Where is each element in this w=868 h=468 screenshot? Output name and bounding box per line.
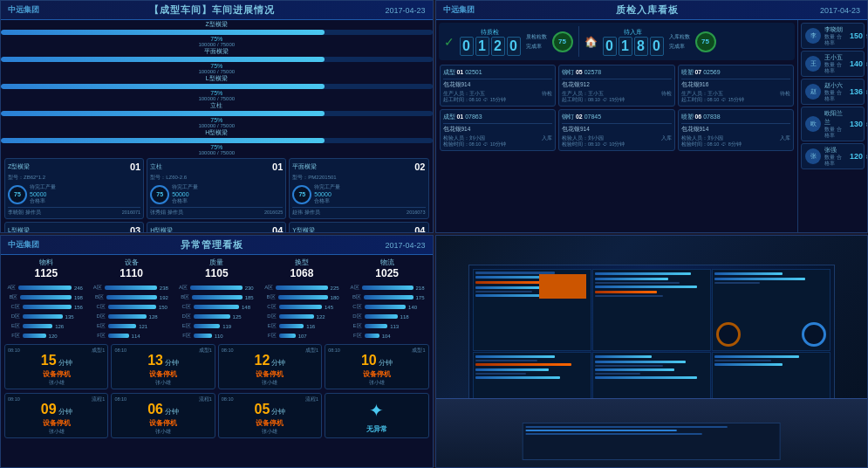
anomaly-card-top-3: 08:10 成型1 10 分钟 设备停机 张小雄 (325, 344, 428, 389)
spinning-icon: ✦ (369, 400, 384, 421)
anomaly-stat-material: 物料 1125 (4, 258, 88, 279)
anomaly-cards-bottom: 08:10 流程1 09 分钟 设备停机 张小雄 08:10 流程1 06 分钟… (1, 391, 433, 441)
screen-sub-2 (712, 269, 830, 351)
qc-digit-0: 0 (460, 37, 474, 56)
bottom-left-header: 中远集团 异常管理看板 2017-04-23 (1, 236, 433, 255)
qc-sub1: 质检粒数 (526, 33, 547, 41)
anomaly-col-4: A区218 B区175 C区140 D区118 E区113 F区104 (346, 284, 429, 341)
qc-divider-1 (578, 26, 579, 57)
anomaly-bar-cols: A区246 B区198 C区156 D区135 E区126 F区120 A区23… (1, 282, 433, 342)
qc-card-1: 铆钉 05 02578 包花银912 生产人员：王小五待检 起工时间：08:10… (558, 65, 675, 107)
person-avatar-0: 李 (805, 28, 821, 44)
work-card-1: 立柱 01 型号：LZ60-2.6 75 待完工产量 50000 合格率 张秀娟… (147, 158, 286, 219)
warehouse-digits: 0 1 8 0 (603, 37, 664, 56)
anomaly-stats-row: 物料 1125 设备 1110 质量 1105 换型 1068 物流 1025 (1, 255, 433, 282)
person-row-2: 赵 赵小六 数量 合格率 136 86% (801, 79, 865, 105)
anomaly-card-top-1: 08:10 成型1 13 分钟 设备停机 张小雄 (111, 344, 215, 389)
anomaly-card-top-0: 08:10 成型1 15 分钟 设备停机 张小雄 (4, 344, 108, 389)
top-left-header: 中远集团 【成型车间】车间进展情况 2017-04-23 (1, 1, 433, 20)
person-row-3: 欧 欧阳兰兰 数量 合格率 130 85% (801, 107, 865, 141)
anomaly-col-2: A区230 B区185 C区148 D区125 E区119 F区110 (175, 284, 258, 341)
screen-sub-1 (592, 269, 711, 351)
checkmark-icon: ✓ (444, 35, 455, 49)
qc-right-column: 李 李晓朝 数量 合格率 150 90% 王 王小五 数量 合格率 140 89… (797, 20, 867, 232)
qc-warehouse-group: 待入库 0 1 8 0 (603, 28, 664, 56)
progress-bar-z-fill (1, 30, 325, 35)
screen-sub-0 (473, 269, 591, 351)
top-right-logo: 中远集团 (443, 4, 475, 16)
qc-main: ✓ 待质检 0 1 2 0 质检粒数 完成率 75 🏠 (436, 20, 798, 232)
anomaly-card-bottom-3: ✦ 无异常 (325, 393, 428, 438)
person-row-0: 李 李晓朝 数量 合格率 150 90% (801, 23, 865, 49)
wh-digit-0: 0 (603, 37, 617, 56)
qc-check-badge: 75 (552, 31, 573, 52)
bottom-left-logo: 中远集团 (8, 239, 39, 251)
work-card-0-header: Z型横梁 01 (8, 162, 140, 172)
top-right-date: 2017-04-23 (820, 6, 860, 15)
qc-digit-1: 1 (475, 37, 489, 56)
anomaly-card-bottom-1: 08:10 流程1 06 分钟 设备停机 张小雄 (111, 393, 215, 438)
anomaly-stat-quality: 质量 1105 (174, 258, 258, 279)
qc-check-sub: 质检粒数 完成率 (526, 33, 547, 51)
mini-screen (522, 423, 781, 460)
qc-card-2: 喷塑 07 02569 包花银916 生产人员：王小五待检 起工时间：08:10… (678, 65, 795, 107)
top-left-date: 2017-04-23 (385, 6, 425, 15)
qc-check-label: 待质检 (481, 28, 499, 37)
warehouse-icon: 🏠 (584, 36, 598, 48)
gauge-circle-1 (716, 322, 741, 347)
work-card-2: 平面横梁 02 型号：PM2201501 75 待完工产量 50000 合格率 … (289, 158, 428, 219)
wh-sub2: 完成率 (669, 43, 690, 51)
progress-item-z: Z型横梁 75% 100000 / 75000 (1, 20, 433, 47)
work-card-3: L型横梁 03 型号：EB*7832-1 75 待完工产量 50000 合格率 … (4, 222, 144, 233)
anomaly-col-1: A区238 B区192 C区150 D区128 E区121 F区114 (90, 284, 173, 341)
progress-bars-section: Z型横梁 75% 100000 / 75000 平面横梁 75% 100000 … (1, 20, 433, 155)
warehouse-label: 待入库 (624, 28, 642, 37)
work-card-0: Z型横梁 01 型号：ZB62*1.2 75 待完工产量 50000 合格率 李… (4, 158, 144, 219)
anomaly-card-top-2: 08:10 成型1 12 分钟 设备停机 张小雄 (218, 344, 322, 389)
gauge-0: 75 (8, 185, 27, 204)
progress-label-z: Z型横梁 (206, 20, 228, 29)
wh-digit-2: 8 (634, 37, 648, 56)
qc-check-group: 待质检 0 1 2 0 (460, 28, 521, 56)
bottom-right-panel (435, 235, 869, 468)
qc-digit-3: 0 (507, 37, 521, 56)
anomaly-stat-logistics: 物流 1025 (345, 258, 429, 279)
anomaly-stat-equip: 设备 1110 (90, 258, 174, 279)
anomaly-col-0: A区246 B区198 C区156 D区135 E区126 F区120 (4, 284, 87, 341)
progress-item-h: H型横梁 75% 100000 / 75000 (1, 128, 433, 155)
top-right-panel: 中远集团 质检入库看板 2017-04-23 ✓ 待质检 0 1 2 0 (435, 0, 869, 233)
top-right-title: 质检入库看板 (616, 3, 679, 17)
progress-item-l: L型横梁 75% 100000 / 75000 (1, 74, 433, 101)
work-card-5: Y型横梁 04 型号：YB62*7.9 75 待完工产量 50000 合格率 李… (289, 222, 428, 233)
bottom-left-title: 异常管理看板 (181, 238, 243, 251)
wh-sub: 入库粒数 完成率 (669, 33, 690, 51)
dashboard-photo (436, 236, 868, 467)
progress-item-lz: 立柱 75% 100000 / 75000 (1, 101, 433, 128)
top-right-layout: ✓ 待质检 0 1 2 0 质检粒数 完成率 75 🏠 (436, 20, 868, 232)
person-avatar-3: 欧 (805, 116, 821, 132)
qc-digit-2: 2 (491, 37, 505, 56)
anomaly-stat-changeover: 换型 1068 (260, 258, 344, 279)
gauge-circle-0 (802, 322, 826, 347)
top-left-logo: 中远集团 (8, 4, 39, 16)
qc-card-5: 喷塑 06 07838 包花银914 检验人员：刘小园入库 检验时间：08:10… (678, 109, 795, 151)
bottom-left-date: 2017-04-23 (385, 241, 425, 250)
work-card-4: H型横梁 04 型号：H型73-12 75 待完工产量 50000 合格率 董素… (147, 222, 286, 233)
progress-pct-z: 75% (210, 36, 222, 42)
top-right-header: 中远集团 质检入库看板 2017-04-23 (436, 1, 868, 20)
top-left-panel: 中远集团 【成型车间】车间进展情况 2017-04-23 Z型横梁 75% 10… (0, 0, 434, 233)
top-left-title: 【成型车间】车间进展情况 (149, 3, 275, 17)
person-avatar-4: 张 (805, 148, 821, 164)
qc-card-0: 成型 01 02501 包花银914 生产人员：王小五待检 起工时间：08:10… (440, 65, 557, 107)
progress-bar-z-wrapper (1, 30, 433, 35)
qc-sub2: 完成率 (526, 43, 547, 51)
person-avatar-2: 赵 (805, 84, 821, 100)
wh-sub1: 入库粒数 (669, 33, 690, 41)
person-row-4: 张 张强 数量 合格率 120 83% (801, 143, 865, 169)
person-avatar-1: 王 (805, 56, 821, 72)
wh-digit-3: 0 (650, 37, 664, 56)
desk-surface (436, 398, 868, 468)
work-cards-grid: Z型横梁 01 型号：ZB62*1.2 75 待完工产量 50000 合格率 李… (1, 155, 433, 233)
person-row-1: 王 王小五 数量 合格率 140 89% (801, 51, 865, 77)
qc-card-3: 成型 01 07863 包花银914 检验人员：刘小园入库 检验时间：08:10… (440, 109, 557, 151)
